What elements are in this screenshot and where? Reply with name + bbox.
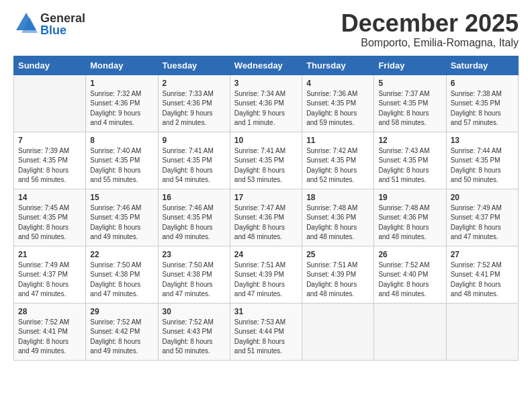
day-number: 6 <box>451 79 514 88</box>
location: Bomporto, Emilia-Romagna, Italy <box>341 37 519 49</box>
day-number: 10 <box>234 136 298 145</box>
table-row: 18Sunrise: 7:48 AMSunset: 4:36 PMDayligh… <box>302 189 374 246</box>
logo-icon <box>13 10 39 38</box>
table-row: 26Sunrise: 7:52 AMSunset: 4:40 PMDayligh… <box>374 246 446 303</box>
day-info: Sunrise: 7:36 AMSunset: 4:35 PMDaylight:… <box>306 89 369 128</box>
col-monday: Monday <box>86 56 158 75</box>
calendar-week-row: 7Sunrise: 7:39 AMSunset: 4:35 PMDaylight… <box>14 132 519 189</box>
table-row: 23Sunrise: 7:50 AMSunset: 4:38 PMDayligh… <box>158 246 230 303</box>
day-info: Sunrise: 7:40 AMSunset: 4:35 PMDaylight:… <box>90 146 153 185</box>
day-number: 20 <box>451 193 514 202</box>
day-number: 5 <box>378 79 441 88</box>
table-row: 11Sunrise: 7:42 AMSunset: 4:35 PMDayligh… <box>302 132 374 189</box>
day-info: Sunrise: 7:44 AMSunset: 4:35 PMDaylight:… <box>451 146 514 185</box>
table-row: 8Sunrise: 7:40 AMSunset: 4:35 PMDaylight… <box>86 132 158 189</box>
day-number: 2 <box>163 79 226 88</box>
day-info: Sunrise: 7:41 AMSunset: 4:35 PMDaylight:… <box>234 146 298 185</box>
day-number: 8 <box>90 136 153 145</box>
day-info: Sunrise: 7:42 AMSunset: 4:35 PMDaylight:… <box>306 146 369 185</box>
day-number: 11 <box>306 136 369 145</box>
calendar-table: Sunday Monday Tuesday Wednesday Thursday… <box>13 56 519 361</box>
calendar-week-row: 21Sunrise: 7:49 AMSunset: 4:37 PMDayligh… <box>14 246 519 303</box>
col-friday: Friday <box>374 56 446 75</box>
day-number: 12 <box>378 136 441 145</box>
table-row: 21Sunrise: 7:49 AMSunset: 4:37 PMDayligh… <box>14 246 86 303</box>
table-row: 1Sunrise: 7:32 AMSunset: 4:36 PMDaylight… <box>86 75 158 132</box>
day-info: Sunrise: 7:45 AMSunset: 4:35 PMDaylight:… <box>18 203 81 242</box>
col-thursday: Thursday <box>302 56 374 75</box>
day-info: Sunrise: 7:49 AMSunset: 4:37 PMDaylight:… <box>451 203 514 242</box>
day-number: 30 <box>163 307 226 316</box>
col-tuesday: Tuesday <box>158 56 230 75</box>
calendar-week-row: 14Sunrise: 7:45 AMSunset: 4:35 PMDayligh… <box>14 189 519 246</box>
table-row <box>446 303 518 360</box>
day-number: 1 <box>90 79 153 88</box>
day-number: 23 <box>163 250 226 259</box>
day-info: Sunrise: 7:41 AMSunset: 4:35 PMDaylight:… <box>163 146 226 185</box>
table-row: 7Sunrise: 7:39 AMSunset: 4:35 PMDaylight… <box>14 132 86 189</box>
col-saturday: Saturday <box>446 56 518 75</box>
page-container: General Blue December 2025 Bomporto, Emi… <box>0 0 532 367</box>
day-number: 27 <box>451 250 514 259</box>
day-number: 24 <box>234 250 298 259</box>
day-number: 13 <box>451 136 514 145</box>
day-info: Sunrise: 7:47 AMSunset: 4:36 PMDaylight:… <box>234 203 298 242</box>
day-number: 26 <box>378 250 441 259</box>
day-info: Sunrise: 7:52 AMSunset: 4:40 PMDaylight:… <box>378 261 441 300</box>
table-row <box>374 303 446 360</box>
day-info: Sunrise: 7:43 AMSunset: 4:35 PMDaylight:… <box>378 146 441 185</box>
day-number: 17 <box>234 193 298 202</box>
day-info: Sunrise: 7:50 AMSunset: 4:38 PMDaylight:… <box>90 261 153 300</box>
table-row: 16Sunrise: 7:46 AMSunset: 4:35 PMDayligh… <box>158 189 230 246</box>
day-number: 14 <box>18 193 81 202</box>
day-number: 31 <box>234 307 298 316</box>
table-row: 22Sunrise: 7:50 AMSunset: 4:38 PMDayligh… <box>86 246 158 303</box>
logo-blue-text: Blue <box>40 24 85 36</box>
title-block: December 2025 Bomporto, Emilia-Romagna, … <box>341 10 519 49</box>
table-row: 9Sunrise: 7:41 AMSunset: 4:35 PMDaylight… <box>158 132 230 189</box>
day-info: Sunrise: 7:48 AMSunset: 4:36 PMDaylight:… <box>306 203 369 242</box>
table-row: 10Sunrise: 7:41 AMSunset: 4:35 PMDayligh… <box>230 132 302 189</box>
logo-text: General Blue <box>40 12 85 36</box>
day-info: Sunrise: 7:49 AMSunset: 4:37 PMDaylight:… <box>18 261 81 300</box>
table-row: 19Sunrise: 7:48 AMSunset: 4:36 PMDayligh… <box>374 189 446 246</box>
day-info: Sunrise: 7:50 AMSunset: 4:38 PMDaylight:… <box>163 261 226 300</box>
day-info: Sunrise: 7:52 AMSunset: 4:41 PMDaylight:… <box>18 318 81 357</box>
col-sunday: Sunday <box>14 56 86 75</box>
table-row: 25Sunrise: 7:51 AMSunset: 4:39 PMDayligh… <box>302 246 374 303</box>
day-number: 16 <box>163 193 226 202</box>
table-row: 2Sunrise: 7:33 AMSunset: 4:36 PMDaylight… <box>158 75 230 132</box>
table-row: 14Sunrise: 7:45 AMSunset: 4:35 PMDayligh… <box>14 189 86 246</box>
table-row: 13Sunrise: 7:44 AMSunset: 4:35 PMDayligh… <box>446 132 518 189</box>
day-info: Sunrise: 7:52 AMSunset: 4:43 PMDaylight:… <box>163 318 226 357</box>
day-info: Sunrise: 7:34 AMSunset: 4:36 PMDaylight:… <box>234 89 298 128</box>
day-number: 15 <box>90 193 153 202</box>
day-number: 3 <box>234 79 298 88</box>
table-row: 6Sunrise: 7:38 AMSunset: 4:35 PMDaylight… <box>446 75 518 132</box>
day-number: 19 <box>378 193 441 202</box>
day-number: 25 <box>306 250 369 259</box>
table-row: 30Sunrise: 7:52 AMSunset: 4:43 PMDayligh… <box>158 303 230 360</box>
day-info: Sunrise: 7:32 AMSunset: 4:36 PMDaylight:… <box>90 89 153 128</box>
table-row <box>14 75 86 132</box>
table-row: 3Sunrise: 7:34 AMSunset: 4:36 PMDaylight… <box>230 75 302 132</box>
logo: General Blue <box>13 10 85 38</box>
day-info: Sunrise: 7:53 AMSunset: 4:44 PMDaylight:… <box>234 318 298 357</box>
table-row: 28Sunrise: 7:52 AMSunset: 4:41 PMDayligh… <box>14 303 86 360</box>
day-info: Sunrise: 7:48 AMSunset: 4:36 PMDaylight:… <box>378 203 441 242</box>
table-row: 24Sunrise: 7:51 AMSunset: 4:39 PMDayligh… <box>230 246 302 303</box>
day-number: 7 <box>18 136 81 145</box>
logo-general-text: General <box>40 12 85 24</box>
day-number: 28 <box>18 307 81 316</box>
day-info: Sunrise: 7:46 AMSunset: 4:35 PMDaylight:… <box>163 203 226 242</box>
table-row: 20Sunrise: 7:49 AMSunset: 4:37 PMDayligh… <box>446 189 518 246</box>
table-row: 31Sunrise: 7:53 AMSunset: 4:44 PMDayligh… <box>230 303 302 360</box>
table-row: 29Sunrise: 7:52 AMSunset: 4:42 PMDayligh… <box>86 303 158 360</box>
day-number: 21 <box>18 250 81 259</box>
table-row: 4Sunrise: 7:36 AMSunset: 4:35 PMDaylight… <box>302 75 374 132</box>
table-row: 27Sunrise: 7:52 AMSunset: 4:41 PMDayligh… <box>446 246 518 303</box>
day-number: 18 <box>306 193 369 202</box>
day-info: Sunrise: 7:52 AMSunset: 4:41 PMDaylight:… <box>451 261 514 300</box>
calendar-week-row: 1Sunrise: 7:32 AMSunset: 4:36 PMDaylight… <box>14 75 519 132</box>
day-number: 9 <box>163 136 226 145</box>
